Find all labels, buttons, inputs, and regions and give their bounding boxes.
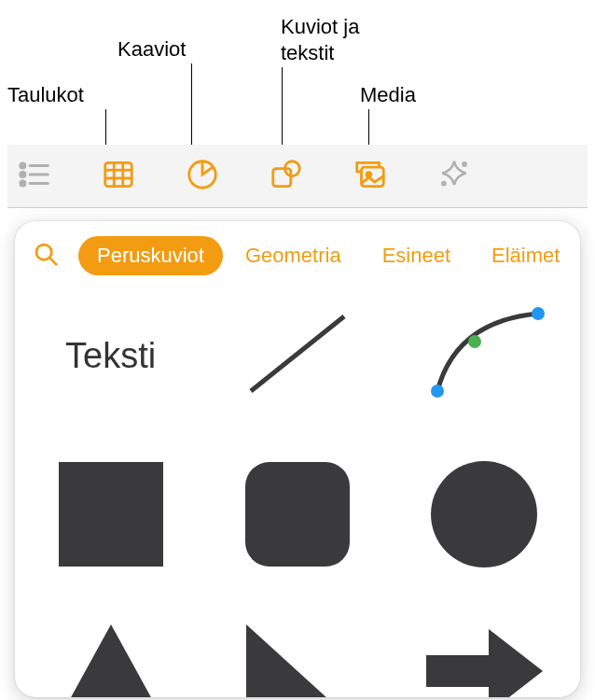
svg-line-19: [49, 258, 56, 264]
svg-point-17: [442, 181, 445, 184]
shape-line[interactable]: [229, 300, 365, 412]
shape-right-triangle[interactable]: [229, 617, 365, 697]
svg-point-0: [21, 163, 25, 168]
callout-media: Media: [360, 83, 416, 107]
rounded-square-icon: [245, 462, 350, 567]
table-button[interactable]: [101, 159, 136, 194]
svg-point-23: [532, 307, 545, 320]
right-triangle-icon: [242, 620, 353, 697]
tab-objects[interactable]: Esineet: [364, 236, 469, 275]
search-button[interactable]: [21, 240, 75, 272]
triangle-icon: [55, 620, 167, 697]
arrow-right-icon: [422, 620, 547, 697]
svg-point-4: [21, 181, 25, 186]
line-icon: [237, 302, 358, 409]
chart-button[interactable]: [185, 159, 220, 194]
callout-line: [191, 63, 192, 157]
callout-kuviot-line1: Kuviot ja: [281, 15, 359, 39]
magic-button[interactable]: [436, 159, 472, 194]
callout-taulukot: Taulukot: [7, 83, 84, 107]
curve-icon: [419, 302, 549, 409]
svg-point-22: [468, 335, 481, 348]
shape-circle[interactable]: [417, 458, 552, 570]
shape-curve[interactable]: [417, 300, 552, 412]
text-shape-label: Teksti: [65, 336, 156, 376]
shape-icon: [269, 157, 304, 196]
app-frame: Peruskuviot Geometria Esineet Eläimet Te…: [7, 145, 588, 700]
media-button[interactable]: [353, 159, 388, 194]
list-icon: [17, 157, 52, 196]
circle-icon: [431, 461, 537, 567]
shape-rounded-square[interactable]: [229, 458, 365, 570]
category-bar: Peruskuviot Geometria Esineet Eläimet: [15, 229, 580, 290]
svg-marker-25: [246, 624, 349, 697]
svg-line-20: [251, 316, 344, 391]
svg-point-2: [21, 172, 25, 176]
svg-marker-26: [426, 629, 543, 697]
svg-marker-24: [60, 624, 162, 697]
callout-kaaviot: Kaaviot: [118, 37, 186, 62]
shapes-grid: Teksti: [15, 290, 580, 697]
shape-button[interactable]: [269, 159, 304, 194]
chart-icon: [185, 157, 220, 196]
svg-point-16: [464, 162, 466, 165]
search-icon: [32, 240, 60, 272]
media-icon: [353, 157, 388, 196]
shape-text[interactable]: Teksti: [43, 300, 178, 412]
tab-basic[interactable]: Peruskuviot: [78, 236, 223, 275]
callout-kuviot-line2: tekstit: [281, 41, 334, 65]
shapes-popover: Peruskuviot Geometria Esineet Eläimet Te…: [15, 221, 580, 697]
table-icon: [101, 157, 136, 196]
svg-point-21: [431, 385, 444, 398]
list-button[interactable]: [17, 159, 52, 194]
tab-geometry[interactable]: Geometria: [227, 236, 360, 275]
toolbar: [7, 145, 588, 208]
tab-animals[interactable]: Eläimet: [473, 236, 578, 275]
shape-arrow[interactable]: [417, 617, 552, 697]
svg-rect-6: [105, 162, 132, 186]
square-icon: [59, 462, 163, 567]
shape-triangle[interactable]: [43, 617, 178, 697]
callout-line: [282, 67, 283, 157]
shape-square[interactable]: [43, 458, 178, 570]
callouts-area: Taulukot Kaaviot Kuviot ja tekstit Media: [0, 0, 595, 149]
svg-rect-12: [273, 168, 291, 186]
magic-icon: [436, 157, 472, 196]
